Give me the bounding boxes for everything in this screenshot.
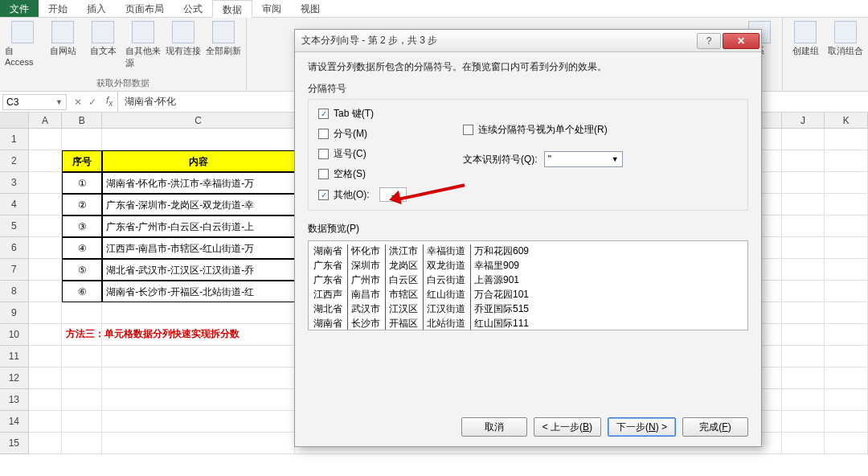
row-header[interactable]: 15: [0, 433, 29, 454]
finish-button[interactable]: 完成(F): [682, 417, 748, 437]
cell[interactable]: [102, 346, 295, 367]
cell[interactable]: [825, 259, 868, 281]
chk-space[interactable]: 空格(S): [318, 167, 439, 181]
cell[interactable]: [29, 194, 63, 215]
cell[interactable]: 湖南省-长沙市-开福区-北站街道-红: [102, 281, 295, 302]
other-delimiter-input[interactable]: [379, 187, 407, 202]
cell[interactable]: [62, 411, 102, 433]
cell[interactable]: [62, 389, 102, 411]
select-all-corner[interactable]: [0, 113, 29, 128]
cell[interactable]: [782, 281, 825, 302]
name-box[interactable]: C3 ▼: [2, 94, 67, 110]
row-header[interactable]: 8: [0, 281, 29, 302]
cell[interactable]: [62, 346, 102, 367]
cell[interactable]: [825, 215, 868, 237]
cell[interactable]: [102, 389, 295, 411]
tab-file[interactable]: 文件: [0, 0, 39, 17]
row-header[interactable]: 1: [0, 129, 29, 150]
cell[interactable]: 江西声-南昌市-市辖区-红山街道-万: [102, 237, 295, 259]
row-header[interactable]: 10: [0, 324, 29, 346]
cell[interactable]: [782, 259, 825, 281]
cell[interactable]: [29, 172, 63, 194]
col-K[interactable]: K: [825, 113, 868, 128]
tab-data[interactable]: 数据: [212, 0, 252, 18]
next-button[interactable]: 下一步(N) >: [608, 417, 676, 437]
row-header[interactable]: 7: [0, 259, 29, 281]
chk-other[interactable]: 其他(O):: [318, 187, 439, 202]
cell[interactable]: [102, 302, 295, 324]
cell[interactable]: ⑤: [62, 259, 102, 281]
row-header[interactable]: 13: [0, 389, 29, 411]
cell[interactable]: [782, 324, 825, 346]
cell[interactable]: 湖南省-怀化市-洪江市-幸福街道-万: [102, 172, 295, 194]
cell[interactable]: [782, 367, 825, 389]
cell[interactable]: [825, 302, 868, 324]
cell[interactable]: [29, 411, 63, 433]
cell[interactable]: [102, 411, 295, 433]
btn-from-web[interactable]: 自网站: [45, 21, 80, 69]
btn-refresh-all[interactable]: 全部刷新: [206, 21, 241, 69]
row-header[interactable]: 6: [0, 237, 29, 259]
cell[interactable]: [825, 237, 868, 259]
cell[interactable]: [825, 281, 868, 302]
cell[interactable]: 广东省-广州市-白云区-白云街道-上: [102, 215, 295, 237]
cell[interactable]: [825, 346, 868, 367]
cell[interactable]: [29, 433, 63, 454]
cell[interactable]: [29, 129, 63, 150]
cell[interactable]: [825, 411, 868, 433]
qualifier-select[interactable]: " ▼: [544, 151, 623, 167]
cell[interactable]: [62, 129, 102, 150]
row-header[interactable]: 3: [0, 172, 29, 194]
tab-layout[interactable]: 页面布局: [116, 0, 174, 17]
cell[interactable]: [29, 346, 63, 367]
cell[interactable]: [29, 237, 63, 259]
cell[interactable]: [782, 302, 825, 324]
cell[interactable]: [29, 259, 63, 281]
cell[interactable]: [102, 129, 295, 150]
tab-review[interactable]: 审阅: [252, 0, 291, 17]
col-C[interactable]: C: [102, 113, 295, 128]
chk-consecutive[interactable]: 连续分隔符号视为单个处理(R): [463, 123, 623, 137]
cell[interactable]: [29, 281, 63, 302]
tab-home[interactable]: 开始: [39, 0, 77, 17]
cell[interactable]: [102, 367, 295, 389]
row-header[interactable]: 14: [0, 411, 29, 433]
btn-create-group[interactable]: 创建组: [788, 21, 823, 57]
col-B[interactable]: B: [62, 113, 102, 128]
cell[interactable]: [782, 237, 825, 259]
preview-pane[interactable]: 湖南省怀化市洪江市幸福街道万和花园609广东省深圳市龙岗区双龙街道幸福里909广…: [308, 240, 748, 330]
cell[interactable]: [29, 302, 63, 324]
cell[interactable]: [825, 150, 868, 172]
cell[interactable]: [782, 172, 825, 194]
close-button[interactable]: ✕: [723, 33, 760, 49]
cell[interactable]: [782, 194, 825, 215]
row-header[interactable]: 9: [0, 302, 29, 324]
cell[interactable]: [102, 433, 295, 454]
cell[interactable]: [782, 150, 825, 172]
btn-from-other[interactable]: 自其他来源: [125, 21, 161, 69]
cell[interactable]: 湖北省-武汉市-江汉区-江汉街道-乔: [102, 259, 295, 281]
cell[interactable]: [782, 433, 825, 454]
fx-icon[interactable]: fx: [101, 95, 117, 108]
btn-ungroup[interactable]: 取消组合: [828, 21, 863, 57]
chk-comma[interactable]: 逗号(C): [318, 147, 439, 161]
fx-cancel-icon[interactable]: ✕: [74, 96, 82, 108]
col-J[interactable]: J: [782, 113, 825, 128]
cell[interactable]: [782, 411, 825, 433]
btn-from-text[interactable]: 自文本: [85, 21, 121, 69]
cell[interactable]: [825, 194, 868, 215]
cell[interactable]: ⑥: [62, 281, 102, 302]
fx-confirm-icon[interactable]: ✓: [88, 96, 96, 108]
row-header[interactable]: 5: [0, 215, 29, 237]
tab-formula[interactable]: 公式: [174, 0, 212, 17]
dialog-titlebar[interactable]: 文本分列向导 - 第 2 步，共 3 步 ? ✕: [295, 30, 761, 52]
cell[interactable]: [782, 129, 825, 150]
cell[interactable]: [29, 324, 63, 346]
tab-insert[interactable]: 插入: [77, 0, 116, 17]
row-header[interactable]: 12: [0, 367, 29, 389]
cell[interactable]: 内容: [102, 150, 295, 172]
cell[interactable]: [782, 346, 825, 367]
tab-view[interactable]: 视图: [291, 0, 330, 17]
btn-existing-conn[interactable]: 现有连接: [166, 21, 201, 69]
chk-tab[interactable]: Tab 键(T): [318, 107, 439, 121]
